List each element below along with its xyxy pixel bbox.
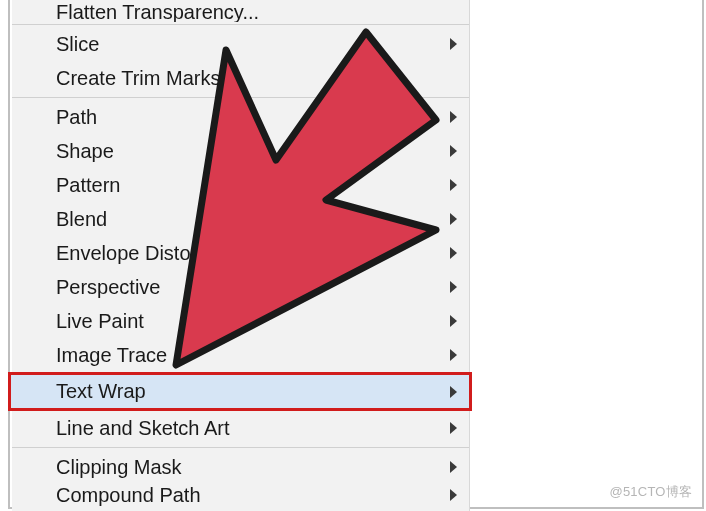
menu-group: Slice Create Trim Marks	[12, 24, 469, 97]
menu-item-label: Line and Sketch Art	[56, 417, 229, 440]
menu-item-label: Compound Path	[56, 484, 201, 506]
menu-item-perspective[interactable]: Perspective	[12, 270, 469, 304]
menu-group: Flatten Transparency...	[12, 0, 469, 24]
menu-item-live-paint[interactable]: Live Paint	[12, 304, 469, 338]
menu-item-slice[interactable]: Slice	[12, 27, 469, 61]
dropdown-menu: Flatten Transparency... Slice Create Tri…	[12, 0, 470, 511]
menu-item-path[interactable]: Path	[12, 100, 469, 134]
menu-item-label: Clipping Mask	[56, 456, 182, 479]
submenu-arrow-icon	[450, 281, 457, 293]
menu-item-image-trace[interactable]: Image Trace	[12, 338, 469, 372]
menu-group: Path Shape Pattern Blend Envelope Distor…	[12, 97, 469, 447]
menu-item-label: Blend	[56, 208, 107, 231]
menu-item-label: Slice	[56, 33, 99, 56]
submenu-arrow-icon	[450, 111, 457, 123]
submenu-arrow-icon	[450, 179, 457, 191]
submenu-arrow-icon	[450, 489, 457, 501]
menu-item-label: Flatten Transparency...	[56, 2, 259, 22]
highlight-border	[469, 372, 472, 411]
menu-item-text-wrap[interactable]: Text Wrap	[8, 372, 469, 411]
menu-item-label: Text Wrap	[56, 380, 146, 403]
submenu-arrow-icon	[450, 213, 457, 225]
submenu-arrow-icon	[450, 349, 457, 361]
submenu-arrow-icon	[450, 315, 457, 327]
submenu-arrow-icon	[450, 38, 457, 50]
menu-item-blend[interactable]: Blend	[12, 202, 469, 236]
submenu-arrow-icon	[450, 145, 457, 157]
submenu-arrow-icon	[450, 386, 457, 398]
submenu-arrow-icon	[450, 247, 457, 259]
menu-item-compound-path[interactable]: Compound Path	[12, 484, 469, 506]
menu-item-flatten-transparency[interactable]: Flatten Transparency...	[12, 2, 469, 22]
menu-item-label: Live Paint	[56, 310, 144, 333]
menu-item-create-trim-marks[interactable]: Create Trim Marks	[12, 61, 469, 95]
menu-item-label: Pattern	[56, 174, 120, 197]
menu-item-clipping-mask[interactable]: Clipping Mask	[12, 450, 469, 484]
menu-item-label: Shape	[56, 140, 114, 163]
menu-item-label: Perspective	[56, 276, 161, 299]
menu-item-envelope-distort[interactable]: Envelope Distort	[12, 236, 469, 270]
menu-group: Clipping Mask Compound Path	[12, 447, 469, 508]
menu-item-label: Image Trace	[56, 344, 167, 367]
menu-item-pattern[interactable]: Pattern	[12, 168, 469, 202]
submenu-arrow-icon	[450, 422, 457, 434]
menu-item-label: Path	[56, 106, 97, 129]
menu-item-label: Create Trim Marks	[56, 67, 220, 90]
menu-item-shape[interactable]: Shape	[12, 134, 469, 168]
submenu-arrow-icon	[450, 461, 457, 473]
menu-item-line-and-sketch-art[interactable]: Line and Sketch Art	[12, 411, 469, 445]
watermark-text: @51CTO博客	[610, 483, 692, 501]
menu-item-label: Envelope Distort	[56, 242, 203, 265]
